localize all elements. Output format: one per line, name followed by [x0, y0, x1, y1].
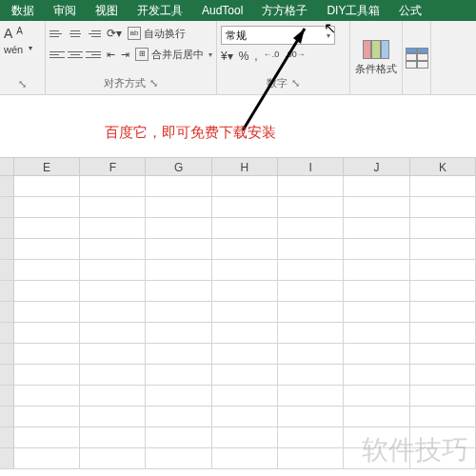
cell[interactable]	[80, 323, 146, 344]
cell[interactable]	[212, 218, 278, 239]
cell[interactable]	[14, 197, 80, 218]
cell[interactable]	[344, 239, 409, 260]
cell[interactable]	[344, 365, 409, 386]
cell[interactable]	[410, 365, 476, 386]
cell[interactable]	[344, 218, 409, 239]
cell[interactable]	[80, 302, 146, 323]
row-header[interactable]	[0, 386, 14, 407]
cell[interactable]	[344, 176, 409, 197]
cell[interactable]	[14, 448, 80, 469]
dialog-launcher-icon[interactable]: ⤡	[291, 77, 300, 89]
cell[interactable]	[344, 386, 409, 407]
conditional-format-button[interactable]: 条件格式	[355, 62, 397, 76]
row-header[interactable]	[0, 365, 14, 386]
menu-audtool[interactable]: AudTool	[192, 4, 252, 17]
increase-indent-button[interactable]: ⇥	[121, 49, 129, 61]
menu-developer[interactable]: 开发工具	[128, 3, 192, 19]
cell[interactable]	[278, 386, 344, 407]
cell[interactable]	[14, 365, 80, 386]
cell[interactable]	[14, 407, 80, 427]
cell[interactable]	[146, 302, 211, 323]
cell[interactable]	[80, 365, 146, 386]
cell[interactable]	[212, 386, 278, 407]
cell[interactable]	[212, 344, 278, 365]
menu-fanggezi[interactable]: 方方格子	[252, 3, 317, 19]
col-header[interactable]: J	[344, 158, 409, 175]
cell[interactable]	[14, 239, 80, 260]
align-middle-button[interactable]	[68, 26, 83, 41]
menu-formula[interactable]: 公式	[389, 3, 431, 19]
cell[interactable]	[212, 239, 278, 260]
cell[interactable]	[278, 344, 344, 365]
cell[interactable]	[212, 197, 278, 218]
cell[interactable]	[278, 302, 344, 323]
merge-center-button[interactable]: ⊞合并后居中▾	[135, 48, 212, 62]
cell[interactable]	[80, 239, 146, 260]
cell[interactable]	[212, 365, 278, 386]
number-format-select[interactable]: 常规▾	[221, 26, 335, 45]
row-header[interactable]	[0, 302, 14, 323]
font-decrease-button[interactable]: A	[16, 26, 23, 41]
row-header[interactable]	[0, 281, 14, 302]
cell[interactable]	[410, 239, 476, 260]
col-header[interactable]: F	[80, 158, 146, 175]
cell[interactable]	[212, 427, 278, 448]
cell[interactable]	[278, 427, 344, 448]
cell[interactable]	[146, 344, 211, 365]
cell[interactable]	[14, 218, 80, 239]
dialog-launcher-icon[interactable]: ⤡	[149, 77, 158, 89]
cell[interactable]	[212, 176, 278, 197]
decrease-decimal-button[interactable]: .00→	[285, 50, 306, 63]
cell[interactable]	[14, 176, 80, 197]
col-header[interactable]: G	[146, 158, 211, 175]
cell[interactable]	[410, 344, 476, 365]
cell[interactable]	[146, 407, 211, 427]
wrap-text-button[interactable]: ab自动换行	[128, 27, 186, 41]
cell[interactable]	[80, 427, 146, 448]
align-left-button[interactable]	[50, 47, 65, 62]
cell[interactable]	[80, 386, 146, 407]
col-header[interactable]: E	[14, 158, 80, 175]
row-header[interactable]	[0, 176, 14, 197]
cell[interactable]	[410, 176, 476, 197]
cell[interactable]	[146, 239, 211, 260]
cell[interactable]	[410, 197, 476, 218]
cell[interactable]	[278, 323, 344, 344]
dialog-launcher-icon[interactable]: ⤡	[4, 76, 41, 92]
menu-diy[interactable]: DIY工具箱	[317, 3, 389, 19]
conditional-format-icon[interactable]	[363, 40, 389, 59]
cell[interactable]	[410, 386, 476, 407]
row-header[interactable]	[0, 239, 14, 260]
cell[interactable]	[344, 407, 409, 427]
cell[interactable]	[212, 448, 278, 469]
cell[interactable]	[14, 344, 80, 365]
cell[interactable]	[344, 197, 409, 218]
cell[interactable]	[80, 281, 146, 302]
menu-data[interactable]: 数据	[2, 3, 44, 19]
cell[interactable]	[80, 407, 146, 427]
cell[interactable]	[146, 281, 211, 302]
phonetic-button[interactable]: wén	[4, 44, 23, 55]
cell[interactable]	[146, 197, 211, 218]
cell[interactable]	[410, 323, 476, 344]
orientation-button[interactable]: ⟳▾	[107, 27, 122, 40]
row-header[interactable]	[0, 427, 14, 448]
align-top-button[interactable]	[50, 26, 65, 41]
spreadsheet-grid[interactable]: E F G H I J K	[0, 157, 476, 476]
cell[interactable]	[410, 218, 476, 239]
cell[interactable]	[14, 386, 80, 407]
menu-view[interactable]: 视图	[86, 3, 128, 19]
row-header[interactable]	[0, 448, 14, 469]
cell[interactable]	[146, 176, 211, 197]
cell[interactable]	[146, 323, 211, 344]
cell[interactable]	[146, 386, 211, 407]
cell[interactable]	[278, 239, 344, 260]
col-header[interactable]: K	[410, 158, 476, 175]
decrease-indent-button[interactable]: ⇤	[107, 49, 115, 61]
cell[interactable]	[80, 260, 146, 281]
row-header[interactable]	[0, 344, 14, 365]
cell[interactable]	[14, 323, 80, 344]
cell[interactable]	[278, 281, 344, 302]
cell[interactable]	[80, 218, 146, 239]
cell[interactable]	[212, 302, 278, 323]
